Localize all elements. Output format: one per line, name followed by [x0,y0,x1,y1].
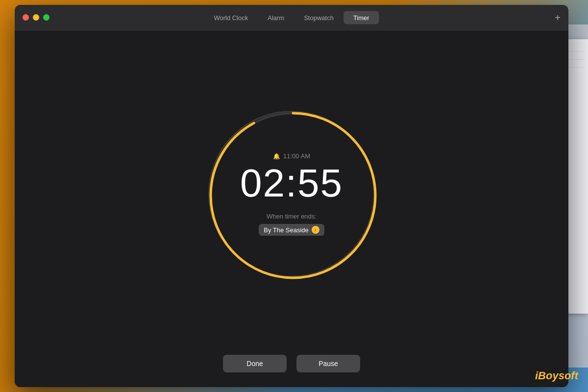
traffic-lights [23,14,49,21]
bell-icon: 🔔 [273,153,280,160]
add-button[interactable]: + [555,13,561,23]
alarm-time-label: 🔔 11:00 AM [273,152,310,160]
title-bar: World Clock Alarm Stopwatch Timer + [15,5,568,30]
alarm-time-text: 11:00 AM [283,152,310,160]
tab-timer[interactable]: Timer [343,11,379,24]
pause-button[interactable]: Pause [296,355,360,372]
maximize-button[interactable] [43,14,49,21]
tab-bar: World Clock Alarm Stopwatch Timer [204,11,379,24]
sound-name: By The Seaside [264,226,309,234]
main-window: World Clock Alarm Stopwatch Timer + [15,5,568,387]
timer-container: 🔔 11:00 AM 02:55 When timer ends: By The… [208,111,375,277]
done-button[interactable]: Done [223,355,287,372]
when-ends-label: When timer ends: [267,213,317,220]
timer-circle: 🔔 11:00 AM 02:55 When timer ends: By The… [208,111,375,277]
tab-stopwatch[interactable]: Stopwatch [294,11,343,24]
close-button[interactable] [23,14,29,21]
minimize-button[interactable] [33,14,39,21]
content-area: 🔔 11:00 AM 02:55 When timer ends: By The… [15,30,568,387]
tab-world-clock[interactable]: World Clock [204,11,258,24]
sound-icon: ♪ [312,226,319,234]
timer-digits: 02:55 [240,164,343,203]
sound-badge[interactable]: By The Seaside ♪ [259,224,324,236]
bottom-buttons: Done Pause [223,355,360,372]
tab-alarm[interactable]: Alarm [258,11,294,24]
